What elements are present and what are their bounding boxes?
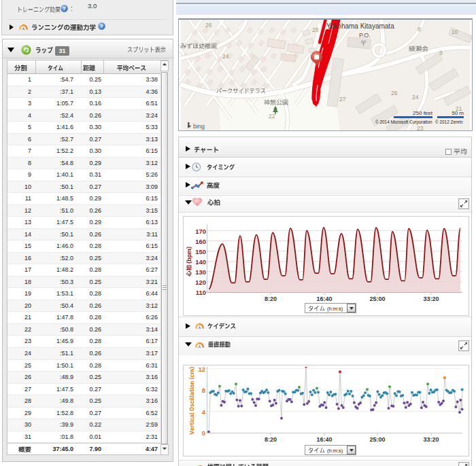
svg-text:?: ?: [63, 5, 66, 12]
svg-text:?: ?: [100, 23, 103, 29]
svg-text:bing: bing: [193, 123, 205, 130]
